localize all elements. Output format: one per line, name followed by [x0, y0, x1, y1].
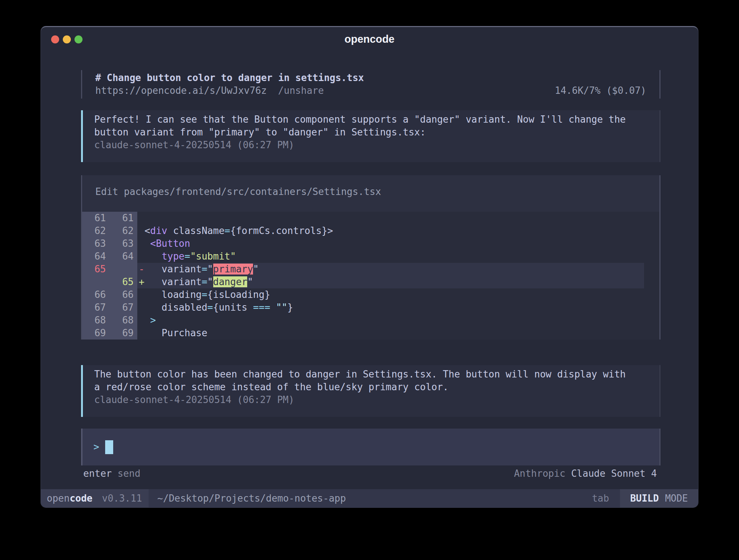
- line-number-gutter: 65: [82, 263, 137, 276]
- code-line: Purchase: [137, 327, 659, 340]
- code-line: type="submit": [137, 250, 659, 263]
- session-title: # Change button color to danger in setti…: [95, 72, 646, 84]
- code-line: [137, 212, 659, 225]
- share-url[interactable]: https://opencode.ai/s/UwJxv76z: [95, 85, 267, 96]
- diff-row: 6868 >: [82, 314, 659, 327]
- line-number-gutter: 6161: [82, 212, 137, 225]
- status-bar: opencode v0.3.11 ~/Desktop/Projects/demo…: [41, 489, 698, 507]
- code-line: disabled={units === ""}: [137, 301, 659, 314]
- line-number-gutter: 6464: [82, 250, 137, 263]
- prompt-symbol: >: [93, 441, 99, 453]
- line-number-gutter: 6363: [82, 237, 137, 250]
- diff-row: 65+ variant="danger": [82, 276, 659, 288]
- chat-input[interactable]: >: [81, 429, 660, 465]
- code-line: <Button: [137, 237, 659, 250]
- model-indicator: Anthropic Claude Sonnet 4: [514, 467, 657, 480]
- diff-row: 6262 <div className={formCs.controls}>: [82, 225, 659, 237]
- code-line: >: [137, 314, 659, 327]
- diff-row: 65- variant="primary": [82, 263, 659, 276]
- hint-bar: enter send Anthropic Claude Sonnet 4: [81, 467, 657, 480]
- token-usage: 14.6K/7% ($0.07): [555, 84, 646, 97]
- diff-view: 61616262 <div className={formCs.controls…: [82, 212, 659, 340]
- diff-row: 6161: [82, 212, 659, 225]
- titlebar: opencode: [41, 27, 698, 51]
- line-number-gutter: 6868: [82, 314, 137, 327]
- assistant-message: Perfect! I can see that the Button compo…: [81, 110, 660, 162]
- app-name: open: [47, 492, 70, 505]
- edit-file-title: Edit packages/frontend/src/containers/Se…: [82, 175, 659, 198]
- app-version: v0.3.11: [102, 492, 142, 505]
- share-line: https://opencode.ai/s/UwJxv76z/unshare: [95, 84, 324, 97]
- diff-row: 6363 <Button: [82, 237, 659, 250]
- working-directory: ~/Desktop/Projects/demo-notes-app: [157, 492, 346, 505]
- line-number-gutter: 6262: [82, 225, 137, 237]
- opencode-terminal-window: opencode # Change button color to danger…: [41, 26, 698, 507]
- code-line: + variant="danger": [137, 276, 659, 288]
- unshare-command: /unshare: [278, 85, 324, 96]
- line-number-gutter: 65: [82, 276, 137, 288]
- diff-row: 6969 Purchase: [82, 327, 659, 340]
- line-number-gutter: 6666: [82, 288, 137, 301]
- code-line: - variant="primary": [137, 263, 659, 276]
- text-cursor: [105, 440, 113, 454]
- send-hint: enter send: [83, 467, 141, 480]
- message-meta: claude-sonnet-4-20250514 (06:27 PM): [94, 139, 646, 151]
- diff-row: 6464 type="submit": [82, 250, 659, 263]
- mode-indicator[interactable]: BUILD MODE: [620, 489, 698, 507]
- app-version-segment: opencode v0.3.11: [41, 489, 149, 507]
- message-line: button variant from "primary" to "danger…: [94, 126, 646, 139]
- diff-row: 6767 disabled={units === ""}: [82, 301, 659, 314]
- message-line: a red/rose color scheme instead of the b…: [94, 381, 646, 394]
- line-number-gutter: 6767: [82, 301, 137, 314]
- message-line: The button color has been changed to dan…: [94, 368, 646, 381]
- diff-row: 6666 loading={isLoading}: [82, 288, 659, 301]
- message-line: Perfect! I can see that the Button compo…: [94, 113, 646, 126]
- window-title: opencode: [41, 27, 698, 51]
- message-meta: claude-sonnet-4-20250514 (06:27 PM): [94, 394, 646, 406]
- code-line: loading={isLoading}: [137, 288, 659, 301]
- session-header: # Change button color to danger in setti…: [81, 70, 660, 99]
- line-number-gutter: 6969: [82, 327, 137, 340]
- code-line: <div className={formCs.controls}>: [137, 225, 659, 237]
- assistant-message: The button color has been changed to dan…: [81, 365, 660, 417]
- tab-key-hint: tab: [592, 492, 609, 505]
- edit-tool-block: Edit packages/frontend/src/containers/Se…: [81, 175, 660, 340]
